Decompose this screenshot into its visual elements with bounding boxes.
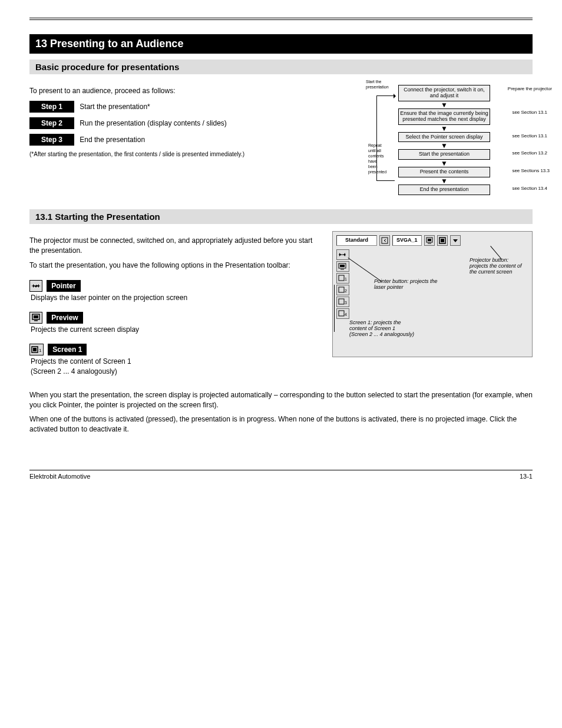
- flow-tag-4: see Sections 13.3: [512, 168, 550, 174]
- svg-text:1: 1: [39, 348, 42, 353]
- side-screen-1-btn[interactable]: 1: [336, 273, 349, 284]
- side-screen-4-btn[interactable]: 4: [336, 308, 349, 319]
- step-2-text: Run the presentation (display contents /…: [80, 119, 226, 127]
- side-pointer-btn[interactable]: [336, 249, 349, 260]
- svg-rect-27: [339, 299, 344, 304]
- svg-rect-5: [34, 315, 38, 318]
- pointer-label: Pointer: [47, 280, 80, 292]
- footnote: (*After starting the presentation, the f…: [29, 150, 344, 159]
- flow-box-2: Select the Pointer screen display: [398, 132, 490, 143]
- sec2-line2: To start the presentation, you have the …: [29, 261, 320, 271]
- ann3-line: [334, 285, 335, 332]
- svg-rect-25: [339, 287, 344, 292]
- ann3-text: Screen 1: projects the content of Screen…: [349, 320, 438, 338]
- screen-1-button-row: 1 Screen 1 Projects the content of Scree…: [29, 344, 320, 376]
- section-2-right: Standard SVGA_1 1 2 3 4 Proje: [332, 231, 533, 386]
- flow-arrow-2: ▼: [376, 143, 512, 149]
- section-1-columns: To present to an audience, proceed as fo…: [29, 81, 533, 195]
- sec2-intro: The projector must be connected, switche…: [29, 236, 320, 256]
- side-screen-2-btn[interactable]: 2: [336, 285, 349, 295]
- flow-box-5: End the presentation: [398, 185, 490, 195]
- flow-tag-2: see Section 13.1: [512, 133, 547, 139]
- flowchart: Start the presentation Connect the proje…: [376, 85, 512, 195]
- flow-box-0: Connect the projector, switch it on, and…: [398, 85, 490, 101]
- section-2-left: The projector must be connected, switche…: [29, 231, 320, 386]
- section-subtitle-2: 13.1 Starting the Presentation: [29, 209, 533, 224]
- flow-arrow-0: ▼: [376, 102, 512, 108]
- svg-rect-21: [340, 265, 345, 267]
- svg-rect-3: [35, 284, 38, 287]
- flow-arrow-3: ▼: [376, 160, 512, 166]
- pointer-button-row: Pointer Displays the laser pointer on th…: [29, 280, 320, 302]
- svg-rect-8: [33, 348, 37, 351]
- flow-arrow-4: ▼: [376, 178, 512, 184]
- svg-text:4: 4: [345, 312, 347, 317]
- flow-box-1: Ensure that the image currently being pr…: [398, 108, 490, 125]
- flow-tag-3: see Section 13.2: [512, 150, 547, 156]
- svg-rect-15: [441, 239, 444, 242]
- flow-arrow-1: ▼: [376, 126, 512, 131]
- toolbar-projector-btn[interactable]: [424, 235, 435, 246]
- step-3-label: Step 3: [29, 134, 74, 146]
- svg-rect-12: [428, 239, 431, 241]
- step-2-label: Step 2: [29, 117, 74, 129]
- step-2-row: Step 2 Run the presentation (display con…: [29, 117, 344, 129]
- svg-marker-19: [343, 253, 345, 256]
- sec2-para1: When you start the presentation, the scr…: [29, 390, 533, 410]
- svg-text:2: 2: [345, 289, 347, 293]
- preview-label: Preview: [47, 312, 82, 324]
- step-1-text: Start the presentation*: [80, 103, 150, 111]
- pointer-icon[interactable]: [29, 280, 42, 292]
- flow-loop-caption: Repeat until all contents have been pres…: [368, 143, 384, 175]
- screen-1-icon[interactable]: 1: [29, 344, 44, 355]
- svga-field[interactable]: SVGA_1: [392, 235, 422, 246]
- side-screen-3-btn[interactable]: 3: [336, 297, 349, 307]
- toolbar-top-row: Standard SVGA_1: [336, 235, 528, 246]
- toolbar-btn-a[interactable]: [379, 235, 390, 246]
- toolbar-dropdown-btn[interactable]: [450, 235, 461, 246]
- svg-marker-1: [33, 284, 35, 288]
- flow-tag-1: see Section 13.1: [512, 110, 547, 116]
- step-3-text: End the presentation: [80, 136, 145, 144]
- flow-tag-0: Prepare the projector: [508, 86, 552, 92]
- intro-text: To present to an audience, proceed as fo…: [29, 86, 344, 96]
- page-footer: Elektrobit Automotive 13-1: [29, 470, 533, 480]
- pointer-desc: Displays the laser pointer on the projec…: [31, 293, 320, 302]
- svg-text:3: 3: [345, 301, 347, 305]
- section-2-columns: The projector must be connected, switche…: [29, 231, 533, 386]
- svg-marker-16: [453, 239, 458, 242]
- chapter-title: 13 Presenting to an Audience: [29, 34, 533, 54]
- svg-rect-10: [382, 238, 388, 243]
- preview-button-row: Preview Projects the current screen disp…: [29, 312, 320, 334]
- side-preview-btn[interactable]: [336, 261, 349, 272]
- ann1-text: Projector button: projects the content o…: [470, 258, 534, 275]
- step-3-row: Step 3 End the presentation: [29, 134, 344, 146]
- svg-marker-18: [339, 253, 341, 256]
- footer-right: 13-1: [520, 473, 533, 480]
- top-rule: [29, 18, 533, 20]
- ann2-text: Pointer button: projects the laser point…: [374, 279, 457, 291]
- section-1-left: To present to an audience, proceed as fo…: [29, 81, 344, 195]
- preview-desc: Projects the current screen display: [31, 325, 320, 334]
- screen-1-label: Screen 1: [48, 344, 87, 355]
- svg-rect-23: [339, 275, 344, 281]
- step-1-label: Step 1: [29, 101, 74, 113]
- footer-left: Elektrobit Automotive: [29, 473, 90, 480]
- screen-1-desc: Projects the content of Screen 1 (Screen…: [31, 357, 320, 375]
- preview-icon[interactable]: [29, 312, 42, 324]
- sec2-para2: When one of the buttons is activated (pr…: [29, 414, 533, 434]
- svg-text:1: 1: [345, 277, 347, 281]
- toolbar-screenshot: Standard SVGA_1 1 2 3 4 Proje: [332, 231, 533, 357]
- flowchart-column: Start the presentation Connect the proje…: [356, 81, 533, 195]
- page: 13 Presenting to an Audience Basic proce…: [0, 0, 562, 515]
- toolbar-screen-btn[interactable]: [437, 235, 448, 246]
- flow-box-4: Present the contents: [398, 167, 490, 177]
- toolbar-side-column: 1 2 3 4: [336, 249, 349, 319]
- section-subtitle-1: Basic procedure for presentations: [29, 60, 533, 74]
- flow-tag-5: see Section 13.4: [512, 186, 547, 192]
- svg-rect-29: [339, 311, 344, 316]
- flow-box-3: Start the presentation: [398, 149, 490, 160]
- step-1-row: Step 1 Start the presentation*: [29, 101, 344, 113]
- preset-field[interactable]: Standard: [336, 235, 377, 246]
